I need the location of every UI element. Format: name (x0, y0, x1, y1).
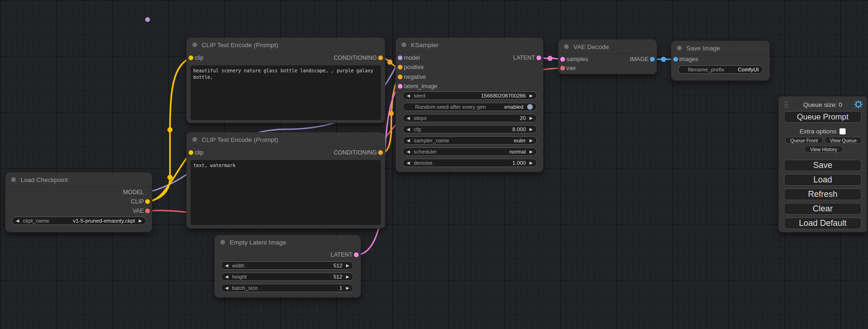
decrement-arrow-icon[interactable]: ◀ (407, 116, 410, 120)
input-port-latent-image[interactable] (398, 84, 402, 89)
input-port-vae[interactable] (560, 66, 565, 70)
cfg-widget[interactable]: ◀ cfg 8.000 ▶ (402, 125, 537, 133)
queue-front-button[interactable]: Queue Front (785, 137, 823, 144)
widget-value: 512 (333, 274, 342, 280)
output-port-conditioning[interactable] (378, 150, 383, 155)
input-port-clip[interactable] (189, 150, 193, 155)
collapse-dot-icon[interactable] (402, 42, 406, 47)
extra-options-checkbox[interactable] (840, 128, 846, 134)
increment-arrow-icon[interactable]: ▶ (529, 127, 533, 132)
node-title-bar[interactable]: VAE Decode (558, 40, 656, 54)
output-label-conditioning: CONDITIONING (334, 54, 377, 62)
node-title-bar[interactable]: Save Image (671, 41, 769, 56)
widget-value: v1-5-pruned-emaonly.ckpt (73, 218, 135, 224)
input-port-samples[interactable] (560, 57, 565, 62)
output-port-clip[interactable] (145, 199, 150, 204)
increment-arrow-icon[interactable]: ▶ (529, 94, 533, 98)
input-port-model[interactable] (398, 56, 402, 60)
widget-label: seed (414, 93, 425, 98)
decrement-arrow-icon[interactable]: ◀ (407, 161, 410, 165)
collapse-dot-icon[interactable] (192, 42, 197, 47)
output-port-image[interactable] (650, 57, 655, 62)
save-button[interactable]: Save (784, 160, 861, 171)
widget-value: enabled (504, 104, 523, 110)
input-port-negative[interactable] (398, 75, 402, 79)
prompt-textarea[interactable]: text, watermark (191, 160, 381, 225)
node-clip-text-encode-positive[interactable]: CLIP Text Encode (Prompt) clip CONDITION… (187, 38, 385, 123)
increment-arrow-icon[interactable]: ▶ (346, 275, 349, 279)
increment-arrow-icon[interactable]: ▶ (346, 286, 349, 290)
decrement-arrow-icon[interactable]: ◀ (225, 264, 228, 268)
view-history-button[interactable]: View History (804, 146, 843, 153)
decrement-arrow-icon[interactable]: ◀ (225, 275, 228, 279)
input-port-positive[interactable] (398, 65, 402, 70)
node-graph-canvas[interactable]: Load Checkpoint MODEL CLIP VAE ◀ ckpt_na… (0, 0, 868, 329)
increment-arrow-icon[interactable]: ▶ (139, 219, 142, 223)
node-empty-latent-image[interactable]: Empty Latent Image LATENT ◀ width 512 ▶ … (215, 235, 360, 297)
node-save-image[interactable]: Save Image images filename_prefix ComfyU… (671, 41, 769, 80)
increment-arrow-icon[interactable]: ▶ (529, 161, 533, 165)
collapse-dot-icon[interactable] (677, 46, 682, 50)
width-widget[interactable]: ◀ width 512 ▶ (221, 261, 353, 270)
increment-arrow-icon[interactable]: ▶ (529, 150, 533, 154)
load-default-button[interactable]: Load Default (784, 217, 861, 229)
batch-size-widget[interactable]: ◀ batch_size 1 ▶ (221, 284, 353, 292)
node-title: CLIP Text Encode (Prompt) (202, 42, 278, 49)
node-title-bar[interactable]: CLIP Text Encode (Prompt) (187, 133, 385, 147)
clear-button[interactable]: Clear (784, 203, 861, 215)
widget-label: filename_prefix (688, 67, 724, 72)
denoise-widget[interactable]: ◀ denoise 1.000 ▶ (402, 159, 537, 167)
decrement-arrow-icon[interactable]: ◀ (407, 94, 410, 98)
increment-arrow-icon[interactable]: ▶ (346, 264, 349, 268)
collapse-dot-icon[interactable] (564, 44, 569, 49)
decrement-arrow-icon[interactable]: ◀ (407, 127, 410, 132)
view-queue-button[interactable]: View Queue (825, 137, 862, 144)
widget-label: steps (414, 115, 427, 121)
output-port-conditioning[interactable] (378, 56, 383, 60)
gear-icon[interactable] (854, 100, 862, 108)
decrement-arrow-icon[interactable]: ◀ (225, 286, 228, 290)
height-widget[interactable]: ◀ height 512 ▶ (221, 273, 353, 281)
increment-arrow-icon[interactable]: ▶ (529, 139, 533, 143)
input-label-negative: negative (404, 73, 426, 81)
collapse-dot-icon[interactable] (220, 240, 225, 245)
decrement-arrow-icon[interactable]: ◀ (407, 139, 410, 143)
output-port-model[interactable] (145, 17, 150, 22)
increment-arrow-icon[interactable]: ▶ (529, 116, 533, 120)
node-load-checkpoint[interactable]: Load Checkpoint MODEL CLIP VAE ◀ ckpt_na… (6, 173, 152, 232)
decrement-arrow-icon[interactable]: ◀ (16, 219, 19, 223)
node-title-bar[interactable]: Empty Latent Image (215, 235, 360, 250)
decrement-arrow-icon[interactable]: ◀ (407, 150, 410, 154)
input-label-vae: vae (566, 64, 576, 72)
load-button[interactable]: Load (784, 174, 861, 186)
steps-widget[interactable]: ◀ steps 20 ▶ (402, 114, 537, 122)
node-vae-decode[interactable]: VAE Decode samples vae IMAGE (558, 40, 656, 74)
widget-value: 20 (520, 115, 526, 121)
seed-widget[interactable]: ◀ seed 156680208700286 ▶ (402, 91, 537, 100)
output-port-vae[interactable] (145, 209, 150, 213)
collapse-dot-icon[interactable] (11, 177, 16, 182)
random-seed-toggle-widget[interactable]: Random seed after every gen enabled (402, 103, 537, 111)
node-title-bar[interactable]: KSampler (396, 38, 543, 52)
widget-label: Random seed after every gen (415, 104, 486, 110)
scheduler-widget[interactable]: ◀ scheduler normal ▶ (402, 147, 537, 156)
output-port-latent[interactable] (536, 56, 541, 60)
queue-panel[interactable]: Queue size: 0 (779, 97, 867, 232)
sampler-name-widget[interactable]: ◀ sampler_name euler ▶ (402, 136, 537, 145)
queue-prompt-button[interactable]: Queue Prompt (784, 111, 861, 123)
node-title-bar[interactable]: Load Checkpoint (6, 173, 152, 187)
output-port-latent[interactable] (354, 252, 359, 257)
toggle-enabled-icon[interactable] (527, 104, 533, 110)
input-label-samples: samples (566, 56, 588, 63)
node-title-bar[interactable]: CLIP Text Encode (Prompt) (187, 38, 385, 52)
node-ksampler[interactable]: KSampler model positive negative latent_… (396, 38, 543, 172)
node-clip-text-encode-negative[interactable]: CLIP Text Encode (Prompt) clip CONDITION… (187, 133, 385, 228)
refresh-button[interactable]: Refresh (784, 189, 861, 200)
collapse-dot-icon[interactable] (192, 137, 197, 142)
queue-size-label: Queue size: 0 (779, 101, 867, 108)
ckpt-name-widget[interactable]: ◀ ckpt_name v1-5-pruned-emaonly.ckpt ▶ (12, 217, 146, 225)
filename-prefix-widget[interactable]: filename_prefix ComfyUI (678, 65, 763, 74)
input-port-clip[interactable] (189, 56, 193, 60)
prompt-textarea[interactable]: beautiful scenery nature glass bottle la… (191, 65, 381, 120)
input-port-images[interactable] (673, 57, 678, 62)
